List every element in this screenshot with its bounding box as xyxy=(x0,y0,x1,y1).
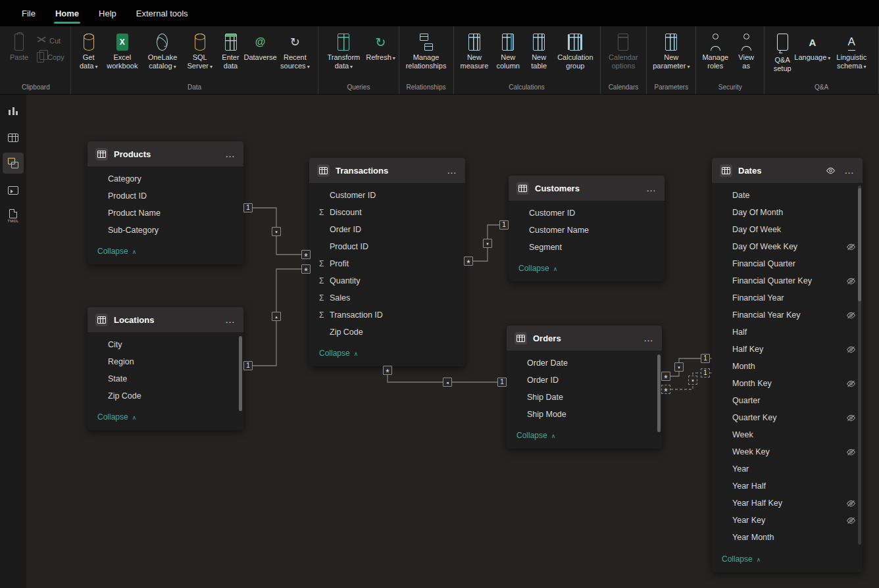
field-row-segment[interactable]: Segment xyxy=(509,239,665,256)
field-row-date[interactable]: Date xyxy=(712,187,863,204)
field-row-city[interactable]: City xyxy=(88,336,243,353)
menu-item-external-tools[interactable]: External tools xyxy=(126,0,198,26)
more-options-button[interactable]: … xyxy=(844,167,855,174)
field-row-ship-date[interactable]: Ship Date xyxy=(507,389,662,406)
view-as-button[interactable]: View as xyxy=(732,30,761,72)
scrollbar-thumb[interactable] xyxy=(858,188,861,301)
cardinality-marker[interactable]: * xyxy=(301,264,311,274)
sidebar-item-dax-query-view[interactable] xyxy=(3,179,24,200)
hidden-field-eye-icon[interactable] xyxy=(846,243,856,251)
field-row-order-id[interactable]: Order ID xyxy=(507,372,662,389)
eye-icon[interactable] xyxy=(826,167,836,174)
new-parameter-button[interactable]: New parameter▾ xyxy=(650,30,692,72)
new-measure-button[interactable]: New measure xyxy=(457,30,492,72)
collapse-link[interactable]: Collapse ∧ xyxy=(516,431,555,440)
field-row-quarter[interactable]: Quarter xyxy=(712,392,863,409)
field-row-zip-code[interactable]: Zip Code xyxy=(309,324,465,341)
table-card-products[interactable]: Products … Category Product ID Product N… xyxy=(88,141,243,264)
field-row-ship-mode[interactable]: Ship Mode xyxy=(507,406,662,423)
onelake-catalog-button[interactable]: OneLake catalog▾ xyxy=(141,30,184,72)
hidden-field-eye-icon[interactable] xyxy=(846,449,856,456)
more-options-button[interactable]: … xyxy=(225,316,236,323)
field-row-quarter-key[interactable]: Quarter Key xyxy=(712,409,863,426)
field-row-month-key[interactable]: Month Key xyxy=(712,375,863,392)
manage-relationships-button[interactable]: Manage relationships xyxy=(403,30,450,72)
table-card-header[interactable]: Transactions … xyxy=(309,158,465,183)
arrow-down-icon[interactable]: ▾ xyxy=(272,227,281,236)
field-row-week[interactable]: Week xyxy=(712,426,863,443)
field-row-year-key[interactable]: Year Key xyxy=(712,512,863,529)
hidden-field-eye-icon[interactable] xyxy=(846,346,856,353)
field-row-month[interactable]: Month xyxy=(712,358,863,375)
scrollbar-thumb[interactable] xyxy=(657,355,661,432)
cardinality-marker[interactable]: * xyxy=(301,250,311,259)
manage-roles-button[interactable]: Manage roles xyxy=(699,30,731,72)
hidden-field-eye-icon[interactable] xyxy=(846,414,856,422)
field-row-customer-name[interactable]: Customer Name xyxy=(509,222,665,239)
field-row-customer-id[interactable]: Customer ID xyxy=(509,205,665,222)
arrow-down-icon[interactable]: ▾ xyxy=(674,362,684,372)
table-card-header[interactable]: Orders … xyxy=(507,326,662,351)
table-card-orders[interactable]: Orders … Order Date Order ID Ship Date S… xyxy=(507,326,662,449)
refresh-button[interactable]: ↻Refresh▾ xyxy=(366,30,395,64)
more-options-button[interactable]: … xyxy=(646,185,657,191)
get-data-button[interactable]: Get data▾ xyxy=(74,30,103,72)
linguistic-schema-button[interactable]: ALinguistic schema▾ xyxy=(828,30,875,72)
table-card-header[interactable]: Dates … xyxy=(712,158,863,183)
transform-data-button[interactable]: Transform data▾ xyxy=(322,30,365,72)
table-card-customers[interactable]: Customers … Customer ID Customer Name Se… xyxy=(509,176,665,282)
cardinality-marker[interactable]: 1 xyxy=(497,378,507,387)
enter-data-button[interactable]: Enter data xyxy=(216,30,245,72)
cardinality-marker[interactable]: 1 xyxy=(243,203,253,212)
collapse-link[interactable]: Collapse ∧ xyxy=(97,247,136,256)
field-row-product-id[interactable]: Product ID xyxy=(309,238,465,255)
field-row-product-name[interactable]: Product Name xyxy=(88,205,243,222)
calculation-group-button[interactable]: Calculation group xyxy=(554,30,596,72)
field-row-day-of-week[interactable]: Day Of Week xyxy=(712,221,863,238)
sidebar-item-tmdl-view[interactable]: TMDL xyxy=(3,205,24,226)
cardinality-marker[interactable]: 1 xyxy=(243,361,253,370)
field-row-product-id[interactable]: Product ID xyxy=(88,187,243,205)
menu-item-home[interactable]: Home xyxy=(45,0,89,26)
cardinality-marker[interactable]: 1 xyxy=(701,354,710,363)
field-row-year[interactable]: Year xyxy=(712,460,863,478)
table-card-locations[interactable]: Locations … City Region State Zip Code C… xyxy=(88,307,243,430)
collapse-link[interactable]: Collapse ∧ xyxy=(97,412,136,422)
field-row-discount[interactable]: Σ Discount xyxy=(309,204,465,221)
field-row-year-half[interactable]: Year Half xyxy=(712,478,863,495)
new-table-button[interactable]: New table xyxy=(524,30,553,72)
cardinality-marker[interactable]: * xyxy=(661,385,670,394)
arrow-down-icon[interactable]: ▾ xyxy=(483,239,492,248)
more-options-button[interactable]: … xyxy=(447,167,457,174)
field-row-year-month[interactable]: Year Month xyxy=(712,529,863,546)
more-options-button[interactable]: … xyxy=(225,151,236,157)
excel-workbook-button[interactable]: XExcel workbook xyxy=(104,30,141,72)
field-row-sales[interactable]: Σ Sales xyxy=(309,289,465,306)
arrow-down-icon[interactable]: ▾ xyxy=(688,376,697,385)
hidden-field-eye-icon[interactable] xyxy=(846,500,856,507)
scrollbar-thumb[interactable] xyxy=(239,336,242,411)
q-a-setup-button[interactable]: Q&A setup xyxy=(768,30,797,74)
cardinality-marker[interactable]: * xyxy=(464,257,473,266)
field-row-day-of-week-key[interactable]: Day Of Week Key xyxy=(712,238,863,255)
language-button[interactable]: ALanguage▾ xyxy=(797,30,827,64)
sql-server-button[interactable]: SQL Server▾ xyxy=(184,30,216,72)
sidebar-item-table-view[interactable] xyxy=(3,126,24,147)
hidden-field-eye-icon[interactable] xyxy=(846,380,856,387)
table-card-transactions[interactable]: Transactions … Customer ID Σ Discount Or… xyxy=(309,158,465,366)
field-row-financial-year[interactable]: Financial Year xyxy=(712,289,863,306)
field-row-half[interactable]: Half xyxy=(712,324,863,341)
field-row-year-half-key[interactable]: Year Half Key xyxy=(712,495,863,512)
field-row-day-of-month[interactable]: Day Of Month xyxy=(712,204,863,221)
field-row-zip-code[interactable]: Zip Code xyxy=(88,387,243,404)
table-card-header[interactable]: Products … xyxy=(88,141,243,166)
field-row-order-date[interactable]: Order Date xyxy=(507,355,662,372)
cardinality-marker[interactable]: 1 xyxy=(499,220,509,230)
recent-sources-button[interactable]: ↻Recent sources▾ xyxy=(276,30,315,72)
field-row-financial-year-key[interactable]: Financial Year Key xyxy=(712,306,863,324)
table-card-header[interactable]: Customers … xyxy=(509,176,665,201)
hidden-field-eye-icon[interactable] xyxy=(846,278,856,285)
hidden-field-eye-icon[interactable] xyxy=(846,517,856,524)
field-row-state[interactable]: State xyxy=(88,370,243,387)
cardinality-marker[interactable]: * xyxy=(661,372,670,381)
